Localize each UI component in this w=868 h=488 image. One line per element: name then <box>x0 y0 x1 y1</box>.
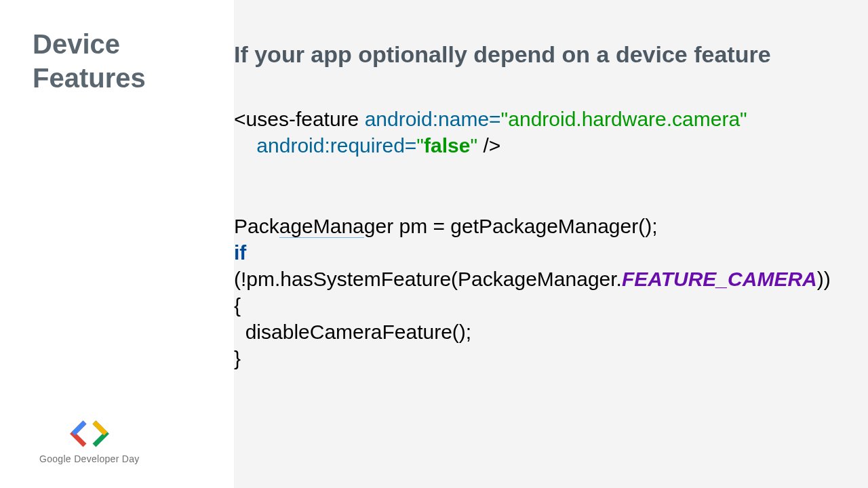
xml-attr-name: android:name= <box>365 108 501 130</box>
developer-logo-icon <box>69 420 110 448</box>
xml-attr-quote-open: " <box>416 134 424 157</box>
xml-attr-required-value: false <box>424 134 470 157</box>
xml-attr-required: android:required= <box>256 134 416 157</box>
xml-tag-close: /> <box>477 134 500 157</box>
java-line3: (!pm.hasSystemFeature(PackageManager. <box>234 268 622 290</box>
java-brace-open: { <box>234 294 241 317</box>
java-if-keyword: if <box>234 241 246 264</box>
xml-attr-quote-close: " <box>470 134 477 157</box>
main-content: If your app optionally depend on a devic… <box>234 0 868 488</box>
java-const: FEATURE_CAMERA <box>622 268 817 290</box>
xml-attr-name-value: "android.hardware.camera" <box>501 108 747 130</box>
sidebar-title-line1: Device <box>33 29 120 59</box>
xml-tag: <uses-feature <box>234 108 365 130</box>
xml-code-block: <uses-feature android:name="android.hard… <box>234 106 868 159</box>
footer-logo-text: Google Developer Day <box>39 453 140 464</box>
sidebar: Device Features Google Developer Day <box>0 0 234 488</box>
sidebar-title-line2: Features <box>33 63 146 93</box>
java-line1c: ger pm = getPackageManager(); <box>364 215 658 237</box>
java-line5: disableCameraFeature(); <box>234 321 471 343</box>
slide-heading: If your app optionally depend on a devic… <box>234 41 868 68</box>
java-code-block: PackageManager pm = getPackageManager();… <box>234 213 868 371</box>
java-line1b: ageMana <box>279 215 364 238</box>
sidebar-title: Device Features <box>33 27 234 95</box>
java-line1a: Pack <box>234 215 279 237</box>
java-line3-close: )) <box>817 268 831 290</box>
footer-logo: Google Developer Day <box>39 420 140 464</box>
java-brace-close: } <box>234 347 241 369</box>
